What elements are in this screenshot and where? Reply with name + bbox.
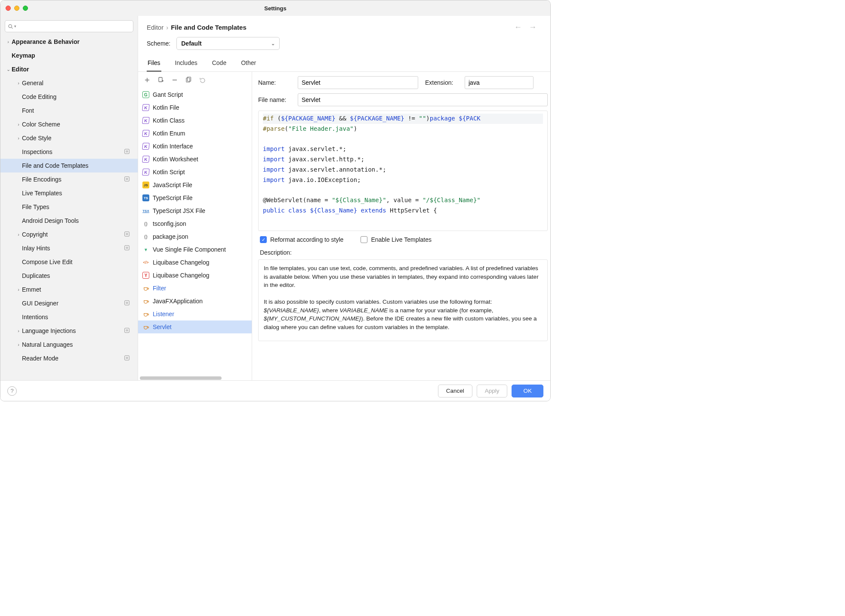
template-code-editor[interactable]: #if (${PACKAGE_NAME} && ${PACKAGE_NAME} …	[258, 111, 548, 231]
sidebar-item-natural-languages[interactable]: ›Natural Languages	[0, 338, 138, 351]
description-p1: In file templates, you can use text, cod…	[264, 264, 542, 290]
sidebar-item-file-encodings[interactable]: File Encodings	[0, 172, 138, 186]
template-item-javafxapplication[interactable]: JavaFXApplication	[138, 295, 252, 308]
sidebar-item-label: File Encodings	[22, 176, 62, 183]
revert-template-icon[interactable]	[198, 76, 206, 84]
tsx-icon: TSX	[142, 207, 149, 214]
template-item-listener[interactable]: Listener	[138, 308, 252, 320]
template-item-label: Kotlin Enum	[153, 130, 185, 137]
sidebar-item-copyright[interactable]: ›Copyright	[0, 228, 138, 241]
sidebar-item-file-types[interactable]: File Types	[0, 200, 138, 214]
sidebar-item-language-injections[interactable]: ›Language Injections	[0, 324, 138, 338]
kotlin-icon: K	[142, 130, 150, 137]
help-icon[interactable]: ?	[7, 386, 17, 396]
template-item-kotlin-file[interactable]: KKotlin File	[138, 101, 252, 114]
sidebar-item-label: Appearance & Behavior	[12, 38, 80, 45]
hscrollbar[interactable]	[138, 376, 252, 380]
svg-rect-10	[125, 300, 130, 305]
chevron-right-icon: ›	[15, 232, 22, 237]
template-item-gant-script[interactable]: GGant Script	[138, 88, 252, 101]
template-item-kotlin-class[interactable]: KKotlin Class	[138, 114, 252, 127]
sidebar-item-general[interactable]: ›General	[0, 76, 138, 90]
template-item-vue-single-file-component[interactable]: ▼Vue Single File Component	[138, 243, 252, 256]
nav-forward-icon[interactable]: →	[529, 23, 537, 32]
chevron-right-icon: ›	[15, 342, 22, 347]
template-item-typescript-jsx-file[interactable]: TSXTypeScript JSX File	[138, 204, 252, 217]
reformat-checkbox[interactable]: ✓ Reformat according to style	[260, 236, 343, 243]
nav-back-icon[interactable]: ←	[514, 23, 522, 32]
sidebar-item-label: Live Templates	[22, 190, 62, 197]
settings-tree[interactable]: ›Appearance & BehaviorKeymap⌄Editor›Gene…	[0, 35, 138, 380]
template-item-filter[interactable]: Filter	[138, 282, 252, 295]
tab-code[interactable]: Code	[211, 56, 227, 71]
svg-point-13	[126, 330, 128, 331]
chevron-right-icon: ›	[166, 24, 168, 31]
add-template-icon[interactable]	[143, 76, 151, 84]
template-item-label: Listener	[153, 311, 174, 317]
description-box[interactable]: In file templates, you can use text, cod…	[258, 259, 548, 341]
breadcrumb-parent[interactable]: Editor	[147, 24, 163, 31]
chevron-right-icon: ›	[15, 122, 22, 127]
java-cup-icon	[142, 298, 149, 305]
sidebar-item-inspections[interactable]: Inspections	[0, 145, 138, 159]
remove-template-icon[interactable]	[171, 76, 179, 84]
sidebar-item-font[interactable]: Font	[0, 104, 138, 117]
project-settings-icon	[124, 355, 130, 362]
settings-search[interactable]: ▾	[5, 20, 133, 32]
svg-rect-6	[125, 231, 130, 236]
template-item-tsconfig-json[interactable]: {}tsconfig.json	[138, 217, 252, 230]
sidebar-item-editor[interactable]: ⌄Editor	[0, 62, 138, 76]
tab-other[interactable]: Other	[240, 56, 257, 71]
sidebar-item-live-templates[interactable]: Live Templates	[0, 186, 138, 200]
sidebar-item-keymap[interactable]: Keymap	[0, 49, 138, 62]
svg-point-9	[126, 247, 128, 249]
template-item-liquibase-changelog[interactable]: </>Liquibase Changelog	[138, 256, 252, 269]
template-item-label: tsconfig.json	[153, 220, 186, 227]
sidebar-item-duplicates[interactable]: Duplicates	[0, 269, 138, 283]
sidebar-item-appearance-behavior[interactable]: ›Appearance & Behavior	[0, 35, 138, 49]
sidebar-item-code-style[interactable]: ›Code Style	[0, 131, 138, 145]
copy-template-icon[interactable]	[185, 76, 192, 84]
template-item-kotlin-script[interactable]: KKotlin Script	[138, 166, 252, 179]
liquibase-yaml-icon: Y	[142, 272, 149, 279]
sidebar-item-color-scheme[interactable]: ›Color Scheme	[0, 117, 138, 131]
template-list[interactable]: GGant ScriptKKotlin FileKKotlin ClassKKo…	[138, 88, 252, 376]
sidebar-item-android-design-tools[interactable]: Android Design Tools	[0, 214, 138, 228]
svg-rect-14	[125, 355, 130, 360]
template-item-kotlin-worksheet[interactable]: KKotlin Worksheet	[138, 153, 252, 166]
sidebar-item-intentions[interactable]: Intentions	[0, 310, 138, 324]
template-item-package-json[interactable]: {}package.json	[138, 230, 252, 243]
template-item-typescript-file[interactable]: TSTypeScript File	[138, 191, 252, 204]
template-item-kotlin-interface[interactable]: KKotlin Interface	[138, 140, 252, 153]
sidebar-item-compose-live-edit[interactable]: Compose Live Edit	[0, 255, 138, 269]
sidebar-item-label: Editor	[12, 66, 29, 73]
template-filename-input[interactable]	[298, 93, 548, 106]
description-p2: It is also possible to specify custom va…	[264, 298, 542, 331]
settings-search-input[interactable]	[18, 23, 130, 30]
template-item-label: Kotlin Script	[153, 169, 185, 176]
template-item-javascript-file[interactable]: JSJavaScript File	[138, 179, 252, 191]
sidebar-item-gui-designer[interactable]: GUI Designer	[0, 296, 138, 310]
sidebar-item-reader-mode[interactable]: Reader Mode	[0, 351, 138, 365]
apply-button[interactable]: Apply	[477, 385, 508, 397]
sidebar-item-code-editing[interactable]: Code Editing	[0, 90, 138, 104]
live-templates-checkbox[interactable]: Enable Live Templates	[361, 236, 432, 243]
template-item-label: package.json	[153, 233, 188, 240]
template-item-kotlin-enum[interactable]: KKotlin Enum	[138, 127, 252, 140]
template-item-liquibase-changelog[interactable]: YLiquibase Changelog	[138, 269, 252, 282]
add-from-template-icon[interactable]	[157, 76, 165, 84]
sidebar-item-file-and-code-templates[interactable]: File and Code Templates	[0, 159, 138, 172]
template-name-input[interactable]	[298, 76, 418, 89]
sidebar-item-inlay-hints[interactable]: Inlay Hints	[0, 241, 138, 255]
cancel-button[interactable]: Cancel	[438, 385, 472, 397]
scheme-select[interactable]: Default ⌄	[176, 37, 280, 50]
java-cup-icon	[142, 311, 149, 317]
json-icon: {}	[142, 233, 149, 240]
ok-button[interactable]: OK	[512, 385, 543, 397]
template-item-servlet[interactable]: Servlet	[138, 320, 252, 333]
tab-includes[interactable]: Includes	[174, 56, 198, 71]
sidebar-item-emmet[interactable]: ›Emmet	[0, 283, 138, 296]
sidebar-item-label: Code Editing	[22, 93, 56, 100]
template-extension-input[interactable]	[465, 76, 534, 89]
tab-files[interactable]: Files	[147, 56, 161, 72]
